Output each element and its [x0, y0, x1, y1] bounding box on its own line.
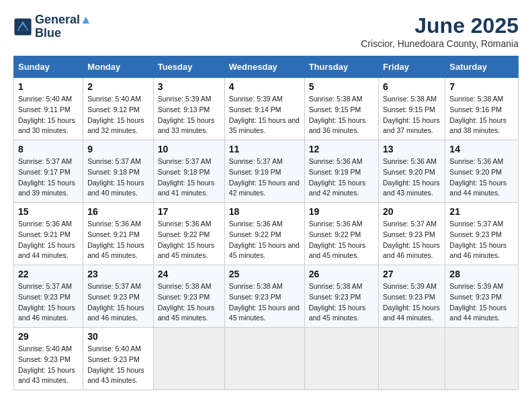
day-info: Sunrise: 5:39 AMSunset: 9:14 PMDaylight:…: [229, 95, 300, 134]
calendar-cell: 26Sunrise: 5:38 AMSunset: 9:23 PMDayligh…: [304, 265, 378, 328]
day-number: 27: [383, 269, 441, 279]
day-info: Sunrise: 5:38 AMSunset: 9:23 PMDaylight:…: [229, 282, 300, 322]
calendar-cell: 25Sunrise: 5:38 AMSunset: 9:23 PMDayligh…: [224, 265, 304, 328]
calendar-cell: 23Sunrise: 5:37 AMSunset: 9:23 PMDayligh…: [83, 265, 154, 328]
day-number: 16: [87, 206, 149, 217]
weekday-header-monday: Monday: [83, 56, 154, 78]
calendar-cell: 13Sunrise: 5:36 AMSunset: 9:20 PMDayligh…: [379, 140, 445, 203]
weekday-header-wednesday: Wednesday: [224, 56, 304, 78]
day-number: 3: [158, 81, 220, 92]
day-number: 14: [449, 144, 514, 154]
day-number: 5: [309, 81, 374, 92]
calendar-cell: [153, 328, 224, 390]
calendar-row-1: 8Sunrise: 5:37 AMSunset: 9:17 PMDaylight…: [14, 140, 519, 203]
calendar-cell: 7Sunrise: 5:38 AMSunset: 9:16 PMDaylight…: [445, 78, 519, 140]
calendar-cell: 15Sunrise: 5:36 AMSunset: 9:21 PMDayligh…: [14, 203, 83, 265]
calendar-cell: 5Sunrise: 5:38 AMSunset: 9:15 PMDaylight…: [304, 78, 378, 140]
calendar-cell: 2Sunrise: 5:40 AMSunset: 9:12 PMDaylight…: [83, 78, 154, 140]
calendar-cell: 24Sunrise: 5:38 AMSunset: 9:23 PMDayligh…: [153, 265, 224, 328]
calendar-cell: 11Sunrise: 5:37 AMSunset: 9:19 PMDayligh…: [224, 140, 304, 203]
day-number: 30: [87, 331, 149, 342]
day-number: 29: [18, 331, 79, 342]
calendar-cell: 14Sunrise: 5:36 AMSunset: 9:20 PMDayligh…: [445, 140, 519, 203]
day-info: Sunrise: 5:38 AMSunset: 9:15 PMDaylight:…: [383, 95, 440, 134]
day-info: Sunrise: 5:40 AMSunset: 9:12 PMDaylight:…: [87, 95, 144, 134]
day-info: Sunrise: 5:37 AMSunset: 9:17 PMDaylight:…: [18, 157, 75, 197]
day-info: Sunrise: 5:37 AMSunset: 9:23 PMDaylight:…: [87, 282, 144, 322]
weekday-header-tuesday: Tuesday: [153, 56, 224, 78]
day-info: Sunrise: 5:38 AMSunset: 9:16 PMDaylight:…: [449, 95, 506, 134]
subtitle: Criscior, Hunedoara County, Romania: [361, 38, 519, 49]
calendar-row-2: 15Sunrise: 5:36 AMSunset: 9:21 PMDayligh…: [14, 203, 519, 265]
day-number: 26: [309, 269, 374, 279]
calendar-cell: [304, 328, 378, 390]
calendar-table: SundayMondayTuesdayWednesdayThursdayFrid…: [13, 56, 519, 390]
day-info: Sunrise: 5:36 AMSunset: 9:19 PMDaylight:…: [309, 157, 366, 197]
day-number: 15: [18, 206, 79, 217]
calendar-cell: 29Sunrise: 5:40 AMSunset: 9:23 PMDayligh…: [14, 328, 83, 390]
day-number: 21: [449, 206, 514, 217]
weekday-header-sunday: Sunday: [14, 56, 83, 78]
day-info: Sunrise: 5:36 AMSunset: 9:20 PMDaylight:…: [383, 157, 440, 197]
day-info: Sunrise: 5:36 AMSunset: 9:21 PMDaylight:…: [87, 220, 144, 259]
day-info: Sunrise: 5:37 AMSunset: 9:18 PMDaylight:…: [87, 157, 144, 197]
day-number: 10: [158, 144, 220, 154]
calendar-cell: 27Sunrise: 5:39 AMSunset: 9:23 PMDayligh…: [379, 265, 445, 328]
day-number: 7: [449, 81, 514, 92]
day-info: Sunrise: 5:40 AMSunset: 9:23 PMDaylight:…: [87, 345, 144, 384]
calendar-cell: [224, 328, 304, 390]
calendar-cell: 21Sunrise: 5:37 AMSunset: 9:23 PMDayligh…: [445, 203, 519, 265]
calendar-cell: 22Sunrise: 5:37 AMSunset: 9:23 PMDayligh…: [14, 265, 83, 328]
day-info: Sunrise: 5:40 AMSunset: 9:11 PMDaylight:…: [18, 95, 75, 134]
day-number: 8: [18, 144, 79, 154]
day-info: Sunrise: 5:37 AMSunset: 9:23 PMDaylight:…: [18, 282, 75, 322]
day-number: 18: [229, 206, 300, 217]
main-title: June 2025: [361, 13, 519, 38]
day-info: Sunrise: 5:38 AMSunset: 9:23 PMDaylight:…: [309, 282, 366, 322]
calendar-cell: 16Sunrise: 5:36 AMSunset: 9:21 PMDayligh…: [83, 203, 154, 265]
day-info: Sunrise: 5:38 AMSunset: 9:23 PMDaylight:…: [158, 282, 215, 322]
day-number: 4: [229, 81, 300, 92]
calendar-row-3: 22Sunrise: 5:37 AMSunset: 9:23 PMDayligh…: [14, 265, 519, 328]
day-number: 19: [309, 206, 374, 217]
calendar-cell: 6Sunrise: 5:38 AMSunset: 9:15 PMDaylight…: [379, 78, 445, 140]
calendar-cell: [445, 328, 519, 390]
calendar-cell: 18Sunrise: 5:36 AMSunset: 9:22 PMDayligh…: [224, 203, 304, 265]
day-number: 22: [18, 269, 79, 279]
logo: General▲ Blue: [13, 13, 92, 40]
day-number: 9: [87, 144, 149, 154]
day-info: Sunrise: 5:37 AMSunset: 9:18 PMDaylight:…: [158, 157, 215, 197]
day-info: Sunrise: 5:36 AMSunset: 9:22 PMDaylight:…: [158, 220, 215, 259]
day-info: Sunrise: 5:37 AMSunset: 9:23 PMDaylight:…: [449, 220, 506, 259]
weekday-header-thursday: Thursday: [304, 56, 378, 78]
calendar-cell: 30Sunrise: 5:40 AMSunset: 9:23 PMDayligh…: [83, 328, 154, 390]
calendar-cell: [379, 328, 445, 390]
calendar-row-0: 1Sunrise: 5:40 AMSunset: 9:11 PMDaylight…: [14, 78, 519, 140]
calendar-cell: 8Sunrise: 5:37 AMSunset: 9:17 PMDaylight…: [14, 140, 83, 203]
day-info: Sunrise: 5:40 AMSunset: 9:23 PMDaylight:…: [18, 345, 75, 384]
day-number: 11: [229, 144, 300, 154]
day-number: 12: [309, 144, 374, 154]
day-number: 20: [383, 206, 441, 217]
day-info: Sunrise: 5:37 AMSunset: 9:23 PMDaylight:…: [383, 220, 440, 259]
day-number: 1: [18, 81, 79, 92]
day-info: Sunrise: 5:38 AMSunset: 9:15 PMDaylight:…: [309, 95, 366, 134]
calendar-cell: 17Sunrise: 5:36 AMSunset: 9:22 PMDayligh…: [153, 203, 224, 265]
day-info: Sunrise: 5:39 AMSunset: 9:23 PMDaylight:…: [449, 282, 506, 322]
calendar-cell: 20Sunrise: 5:37 AMSunset: 9:23 PMDayligh…: [379, 203, 445, 265]
calendar-cell: 28Sunrise: 5:39 AMSunset: 9:23 PMDayligh…: [445, 265, 519, 328]
title-area: June 2025 Criscior, Hunedoara County, Ro…: [361, 13, 519, 49]
day-number: 28: [449, 269, 514, 279]
calendar-cell: 3Sunrise: 5:39 AMSunset: 9:13 PMDaylight…: [153, 78, 224, 140]
calendar-row-4: 29Sunrise: 5:40 AMSunset: 9:23 PMDayligh…: [14, 328, 519, 390]
day-info: Sunrise: 5:37 AMSunset: 9:19 PMDaylight:…: [229, 157, 300, 197]
day-info: Sunrise: 5:39 AMSunset: 9:23 PMDaylight:…: [383, 282, 440, 322]
calendar-cell: 9Sunrise: 5:37 AMSunset: 9:18 PMDaylight…: [83, 140, 154, 203]
calendar-cell: 4Sunrise: 5:39 AMSunset: 9:14 PMDaylight…: [224, 78, 304, 140]
calendar-cell: 10Sunrise: 5:37 AMSunset: 9:18 PMDayligh…: [153, 140, 224, 203]
day-info: Sunrise: 5:36 AMSunset: 9:20 PMDaylight:…: [449, 157, 506, 197]
calendar-cell: 1Sunrise: 5:40 AMSunset: 9:11 PMDaylight…: [14, 78, 83, 140]
day-info: Sunrise: 5:39 AMSunset: 9:13 PMDaylight:…: [158, 95, 215, 134]
day-number: 2: [87, 81, 149, 92]
day-number: 23: [87, 269, 149, 279]
